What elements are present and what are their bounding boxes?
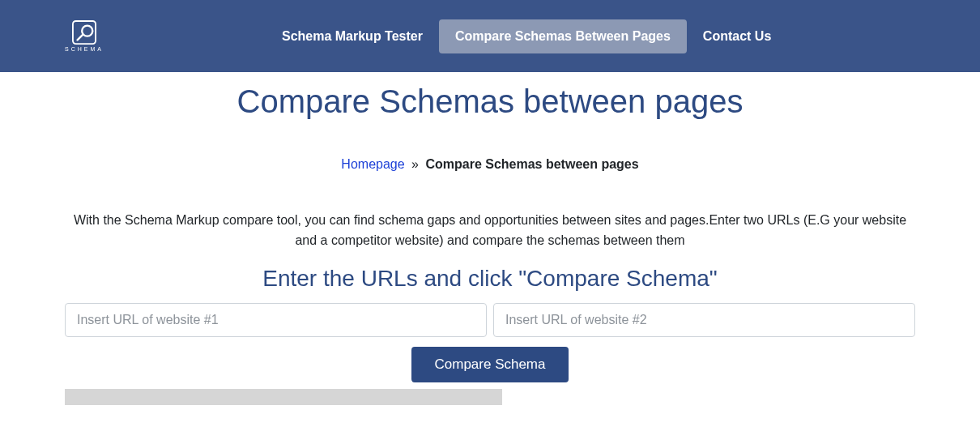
url-input-1[interactable] <box>65 303 487 337</box>
nav-link-schema-markup-tester[interactable]: Schema Markup Tester <box>266 19 439 53</box>
breadcrumb-current: Compare Schemas between pages <box>425 157 638 171</box>
schema-logo-icon <box>72 20 96 45</box>
brand-logo[interactable]: SCHEMA <box>65 20 104 52</box>
form-heading: Enter the URLs and click "Compare Schema… <box>0 266 980 292</box>
brand-logo-text: SCHEMA <box>65 46 104 52</box>
svg-line-2 <box>78 35 83 41</box>
url-form-row <box>0 303 980 337</box>
breadcrumb-home-link[interactable]: Homepage <box>341 157 404 171</box>
button-row: Compare Schema <box>0 347 980 382</box>
nav-link-compare-schemas[interactable]: Compare Schemas Between Pages <box>439 19 687 53</box>
navbar: SCHEMA Schema Markup Tester Compare Sche… <box>0 0 980 72</box>
breadcrumb: Homepage » Compare Schemas between pages <box>0 157 980 172</box>
result-placeholder-bar <box>65 389 502 405</box>
url-input-2[interactable] <box>493 303 915 337</box>
page-title: Compare Schemas between pages <box>0 83 980 120</box>
nav-items: Schema Markup Tester Compare Schemas Bet… <box>266 19 787 53</box>
breadcrumb-separator: » <box>408 157 422 171</box>
page-description: With the Schema Markup compare tool, you… <box>0 211 980 251</box>
nav-link-contact-us[interactable]: Contact Us <box>687 19 787 53</box>
compare-schema-button[interactable]: Compare Schema <box>411 347 568 382</box>
